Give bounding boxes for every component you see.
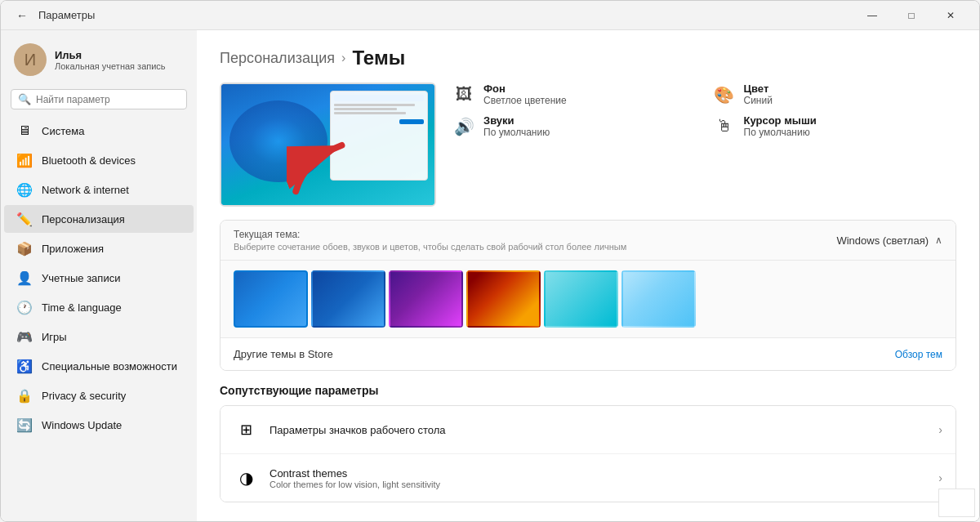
breadcrumb-separator: ›: [341, 51, 345, 65]
user-name: Илья: [55, 49, 166, 61]
apps-icon: 📦: [17, 241, 32, 256]
sidebar: И Илья Локальная учетная запись 🔍 🖥 Сист…: [1, 30, 197, 521]
sidebar-item-label: Специальные возможности: [42, 360, 177, 373]
sidebar-item-label: Windows Update: [42, 419, 122, 431]
settings-item-contrast-themes[interactable]: ◑ Contrast themes Color themes for low v…: [220, 454, 956, 502]
contrast-themes-icon: ◑: [234, 466, 258, 490]
main-layout: И Илья Локальная учетная запись 🔍 🖥 Сист…: [1, 30, 979, 521]
current-theme-title-label: Текущая тема:: [234, 229, 626, 240]
contrast-themes-subtitle: Color themes for low vision, light sensi…: [270, 480, 927, 489]
preview-flower-decoration: [229, 100, 327, 182]
theme-thumbnail[interactable]: [311, 270, 385, 328]
current-theme-text: Текущая тема: Выберите сочетание обоев, …: [234, 229, 626, 252]
preview-line-2: [334, 108, 397, 110]
current-theme-header[interactable]: Текущая тема: Выберите сочетание обоев, …: [220, 221, 956, 261]
network-icon: 🌐: [17, 182, 32, 197]
sidebar-item-network[interactable]: 🌐 Network & internet: [4, 176, 194, 203]
maximize-button[interactable]: □: [893, 2, 930, 29]
preview-mini-button: [399, 119, 424, 124]
sidebar-item-accessibility[interactable]: ♿ Специальные возможности: [4, 352, 194, 380]
settings-window: ← Параметры — □ ✕ И Илья Локальная учетн…: [0, 0, 980, 522]
cursor-info: Курсор мыши По умолчанию: [744, 114, 817, 138]
sidebar-item-label: Приложения: [42, 243, 104, 255]
preview-window-lines: [334, 104, 424, 114]
cursor-icon: 🖱: [713, 117, 736, 136]
color-info: Цвет Синий: [744, 83, 773, 106]
search-box: 🔍: [11, 89, 187, 109]
window-title: Параметры: [38, 9, 853, 21]
desktop-icons-title: Параметры значков рабочего стола: [270, 424, 927, 436]
user-profile[interactable]: И Илья Локальная учетная запись: [1, 37, 197, 86]
gaming-icon: 🎮: [17, 329, 32, 344]
sidebar-item-label: Network & internet: [42, 184, 129, 196]
theme-thumbnail[interactable]: [544, 270, 618, 328]
sidebar-item-label: Privacy & security: [42, 390, 126, 402]
content-area: Персонализация › Темы: [197, 30, 979, 521]
preview-wallpaper: [221, 84, 434, 205]
bluetooth-icon: 📶: [17, 153, 32, 167]
preview-mini-window: [330, 91, 428, 181]
update-icon: 🔄: [17, 417, 32, 432]
breadcrumb-current: Темы: [352, 47, 405, 69]
search-icon: 🔍: [18, 93, 31, 105]
chevron-right-icon: ›: [938, 423, 942, 436]
back-button[interactable]: ←: [11, 4, 33, 27]
sidebar-item-system[interactable]: 🖥 Система: [4, 117, 194, 145]
color-icon: 🎨: [713, 85, 736, 105]
theme-info-color: 🎨 Цвет Синий: [713, 83, 957, 106]
user-subtitle: Локальная учетная запись: [55, 61, 166, 71]
close-button[interactable]: ✕: [932, 2, 969, 29]
preview-line-1: [334, 104, 415, 106]
current-theme-name: Windows (светлая): [836, 234, 929, 247]
breadcrumb-parent: Персонализация: [220, 50, 335, 67]
personalization-icon: ✏️: [17, 212, 32, 226]
system-icon: 🖥: [17, 123, 32, 138]
sidebar-item-gaming[interactable]: 🎮 Игры: [4, 323, 194, 350]
search-input[interactable]: [36, 94, 180, 105]
sidebar-item-time[interactable]: 🕐 Time & language: [4, 293, 194, 321]
theme-thumbnail[interactable]: [466, 270, 541, 328]
current-theme-name-row: Windows (светлая) ∧: [836, 234, 942, 247]
theme-thumbnail[interactable]: [389, 270, 463, 328]
current-theme-description: Выберите сочетание обоев, звуков и цвето…: [234, 242, 626, 252]
sidebar-item-apps[interactable]: 📦 Приложения: [4, 234, 194, 262]
desktop-icons-text: Параметры значков рабочего стола: [270, 424, 927, 436]
theme-thumbnail[interactable]: [234, 270, 308, 328]
sound-value: По умолчанию: [483, 127, 550, 138]
sidebar-item-personalization[interactable]: ✏️ Персонализация: [4, 205, 194, 233]
sidebar-item-update[interactable]: 🔄 Windows Update: [4, 411, 194, 439]
theme-thumbnail[interactable]: [621, 270, 696, 328]
sidebar-item-label: Игры: [42, 331, 67, 343]
privacy-icon: 🔒: [17, 388, 32, 403]
sound-icon: 🔊: [452, 117, 475, 136]
preview-window-bar: [334, 95, 424, 101]
background-info: Фон Светлое цветение: [483, 83, 567, 106]
sidebar-item-accounts[interactable]: 👤 Учетные записи: [4, 264, 194, 292]
accessibility-icon: ♿: [17, 359, 32, 373]
sidebar-item-label: Bluetooth & devices: [42, 154, 136, 167]
background-label: Фон: [483, 83, 567, 95]
minimize-button[interactable]: —: [853, 2, 891, 29]
sidebar-item-privacy[interactable]: 🔒 Privacy & security: [4, 381, 194, 409]
sidebar-item-bluetooth[interactable]: 📶 Bluetooth & devices: [4, 146, 194, 174]
color-label: Цвет: [744, 83, 773, 95]
related-settings-list: ⊞ Параметры значков рабочего стола › ◑ C…: [220, 405, 956, 502]
browse-themes-button[interactable]: Обзор тем: [895, 349, 942, 360]
contrast-themes-title: Contrast themes: [270, 467, 927, 480]
sidebar-item-label: Time & language: [42, 301, 122, 314]
accounts-icon: 👤: [17, 270, 32, 285]
background-icon: 🖼: [452, 85, 475, 104]
window-controls: — □ ✕: [853, 2, 969, 29]
chevron-right-icon: ›: [938, 471, 942, 484]
store-row: Другие темы в Store Обзор тем: [220, 337, 956, 370]
preview-line-3: [334, 112, 406, 114]
theme-thumbnails-row: [220, 261, 956, 337]
theme-preview-image: [220, 83, 436, 207]
theme-preview-row: 🖼 Фон Светлое цветение 🎨 Цвет Синий: [220, 83, 956, 207]
chevron-up-icon: ∧: [935, 234, 942, 246]
theme-info-sound: 🔊 Звуки По умолчанию: [452, 114, 697, 138]
contrast-themes-text: Contrast themes Color themes for low vis…: [270, 467, 927, 489]
settings-item-desktop-icons[interactable]: ⊞ Параметры значков рабочего стола ›: [220, 406, 956, 454]
related-settings-title: Сопутствующие параметры: [220, 384, 956, 397]
store-link-text: Другие темы в Store: [234, 348, 333, 360]
